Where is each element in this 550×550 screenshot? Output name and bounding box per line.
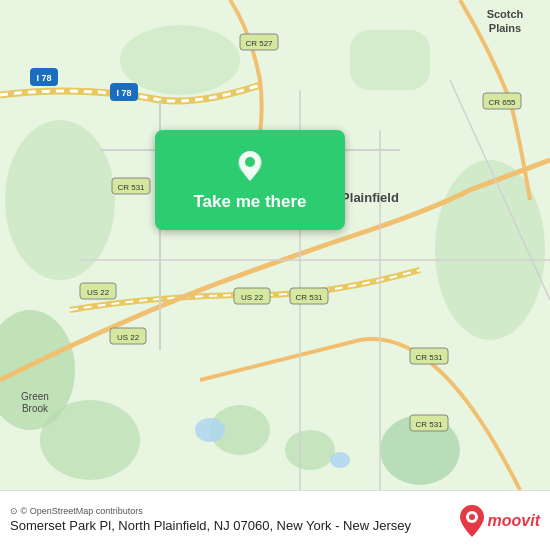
svg-text:CR 531: CR 531 — [415, 420, 443, 429]
address-line: Somerset Park Pl, North Plainfield, NJ 0… — [10, 518, 448, 535]
svg-text:CR 531: CR 531 — [415, 353, 443, 362]
svg-text:Green: Green — [21, 391, 49, 402]
svg-point-1 — [5, 120, 115, 280]
info-bar: ⊙ © OpenStreetMap contributors Somerset … — [0, 490, 550, 550]
svg-point-10 — [195, 418, 225, 442]
svg-text:CR 655: CR 655 — [488, 98, 516, 107]
moovit-text: moovit — [488, 512, 540, 530]
moovit-logo: moovit — [458, 503, 540, 539]
map-container: I 78 I 78 CR 527 CR 531 CR 531 CR 531 CR… — [0, 0, 550, 490]
svg-text:I 78: I 78 — [116, 88, 131, 98]
svg-point-46 — [245, 157, 255, 167]
button-overlay: Take me there — [155, 130, 345, 230]
svg-text:US 22: US 22 — [241, 293, 264, 302]
svg-rect-5 — [350, 30, 430, 90]
take-me-there-button[interactable]: Take me there — [155, 130, 345, 230]
svg-text:CR 527: CR 527 — [245, 39, 273, 48]
svg-text:Plainfield: Plainfield — [341, 190, 399, 205]
svg-point-7 — [40, 400, 140, 480]
svg-point-48 — [469, 514, 475, 520]
svg-text:US 22: US 22 — [87, 288, 110, 297]
svg-text:Scotch: Scotch — [487, 8, 524, 20]
moovit-pin-icon — [458, 503, 486, 539]
svg-text:Brook: Brook — [22, 403, 49, 414]
location-pin-icon — [232, 148, 268, 184]
svg-point-6 — [120, 25, 240, 95]
map-svg: I 78 I 78 CR 527 CR 531 CR 531 CR 531 CR… — [0, 0, 550, 490]
osm-attribution: ⊙ © OpenStreetMap contributors — [10, 506, 448, 516]
take-me-there-label: Take me there — [193, 192, 306, 212]
svg-point-11 — [330, 452, 350, 468]
svg-text:I 78: I 78 — [36, 73, 51, 83]
svg-text:CR 531: CR 531 — [117, 183, 145, 192]
svg-text:Plains: Plains — [489, 22, 521, 34]
svg-point-9 — [285, 430, 335, 470]
svg-text:CR 531: CR 531 — [295, 293, 323, 302]
svg-text:US 22: US 22 — [117, 333, 140, 342]
osm-text: © OpenStreetMap contributors — [21, 506, 143, 516]
